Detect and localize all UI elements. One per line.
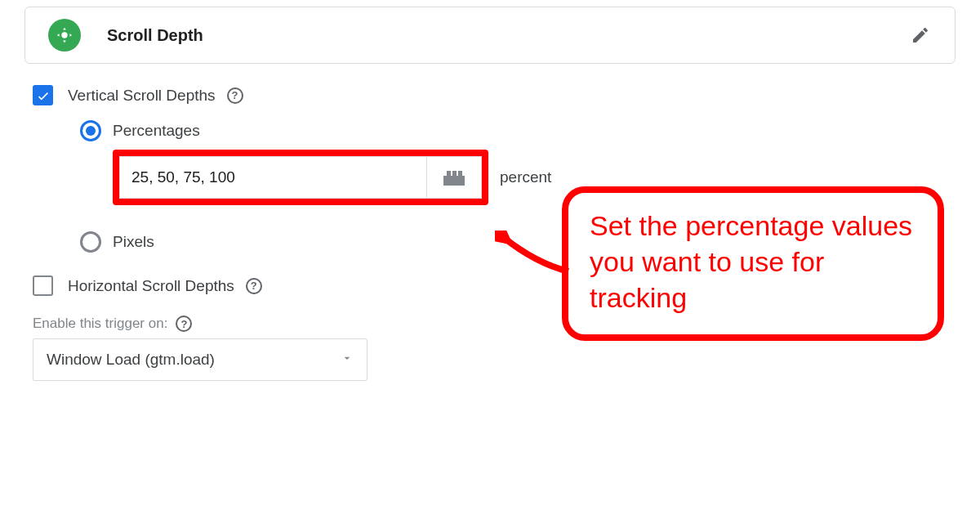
svg-point-0 (61, 32, 67, 38)
svg-rect-3 (452, 171, 457, 176)
percent-suffix: percent (500, 168, 551, 186)
percentages-input[interactable] (119, 156, 426, 199)
scroll-depth-icon (48, 19, 81, 51)
help-icon[interactable]: ? (227, 87, 243, 104)
enable-trigger-select[interactable]: Window Load (gtm.load) (33, 338, 368, 381)
highlight-box (113, 150, 488, 205)
percentages-option: Percentages (80, 120, 947, 141)
percentages-radio[interactable] (80, 120, 101, 141)
svg-rect-4 (458, 171, 462, 176)
annotation-callout: Set the percentage values you want to us… (562, 186, 944, 341)
vertical-scroll-depths-checkbox[interactable] (33, 85, 53, 105)
chevron-down-icon (341, 351, 354, 369)
svg-rect-2 (447, 171, 451, 176)
trigger-type-title: Scroll Depth (107, 26, 909, 45)
horizontal-scroll-depths-checkbox[interactable] (33, 275, 53, 296)
horizontal-scroll-depths-label: Horizontal Scroll Depths (68, 277, 234, 295)
percentages-label: Percentages (113, 122, 200, 140)
enable-trigger-selected: Window Load (gtm.load) (47, 351, 341, 369)
help-icon[interactable]: ? (246, 278, 262, 294)
trigger-header-card: Scroll Depth (24, 7, 956, 64)
vertical-scroll-depths-row: Vertical Scroll Depths ? (33, 85, 947, 105)
vertical-scroll-depths-label: Vertical Scroll Depths (68, 87, 216, 105)
pixels-radio[interactable] (80, 231, 101, 253)
pixels-label: Pixels (113, 233, 154, 251)
enable-trigger-label: Enable this trigger on: (33, 316, 167, 332)
help-icon[interactable]: ? (176, 316, 192, 332)
svg-rect-1 (443, 176, 465, 186)
callout-text: Set the percentage values you want to us… (590, 210, 912, 313)
variable-picker-button[interactable] (426, 156, 482, 199)
edit-icon[interactable] (909, 24, 932, 47)
